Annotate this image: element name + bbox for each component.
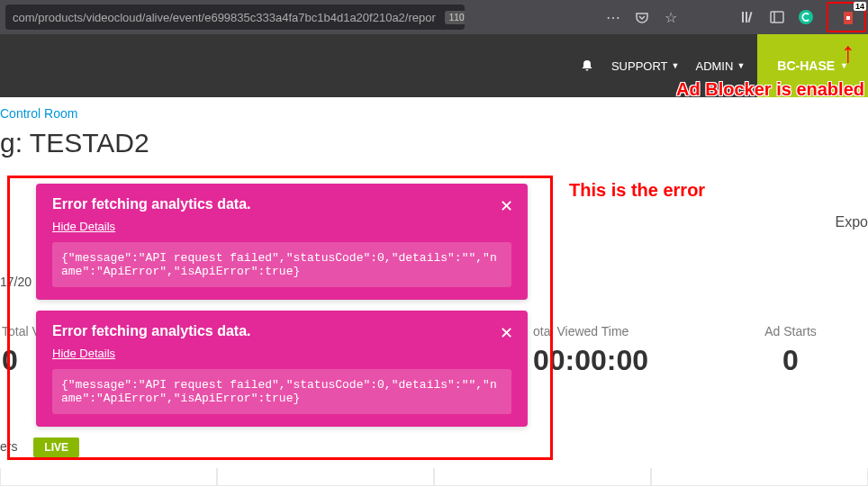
stat-value: 00:00:00 xyxy=(533,344,711,377)
url-bar[interactable]: com/products/videocloud/alive/event/e699… xyxy=(5,5,465,30)
close-icon[interactable]: ✕ xyxy=(500,323,513,343)
alert-title: Error fetching analytics data. xyxy=(52,196,511,212)
svg-rect-0 xyxy=(742,12,744,23)
hide-details-link[interactable]: Hide Details xyxy=(52,220,115,233)
nav-support[interactable]: SUPPORT▼ xyxy=(611,59,680,73)
error-alert: ✕ Error fetching analytics data. Hide De… xyxy=(36,184,528,300)
bottom-text: ers LIVE xyxy=(0,439,79,454)
library-icon[interactable] xyxy=(740,9,756,25)
zoom-badge[interactable]: 110% xyxy=(445,11,465,24)
adblock-icon[interactable] xyxy=(841,11,855,25)
chevron-down-icon: ▼ xyxy=(737,61,745,70)
svg-point-5 xyxy=(799,10,813,24)
adblock-highlight: 14 xyxy=(827,2,866,32)
svg-rect-3 xyxy=(771,12,783,23)
close-icon[interactable]: ✕ xyxy=(500,196,513,216)
hide-details-link[interactable]: Hide Details xyxy=(52,347,115,360)
tab-placeholder[interactable] xyxy=(217,468,434,486)
alert-title: Error fetching analytics data. xyxy=(52,323,511,339)
url-text: com/products/videocloud/alive/event/e699… xyxy=(13,11,436,24)
tab-placeholder[interactable] xyxy=(0,468,217,486)
annotation-error: This is the error xyxy=(569,180,705,201)
nav-admin[interactable]: ADMIN▼ xyxy=(695,59,745,73)
grammarly-icon[interactable] xyxy=(798,9,814,25)
bottom-tabs xyxy=(0,468,868,486)
alert-body: {"message":"API request failed","statusC… xyxy=(52,242,511,287)
chevron-down-icon: ▼ xyxy=(672,61,680,70)
stat-label: Ad Starts xyxy=(713,324,868,338)
svg-rect-7 xyxy=(846,16,850,20)
svg-rect-1 xyxy=(746,12,747,23)
header-nav: SUPPORT▼ ADMIN▼ xyxy=(579,58,745,74)
annotation-arrow-up: ↑ xyxy=(841,38,855,67)
browser-toolbar: com/products/videocloud/alive/event/e699… xyxy=(0,0,868,34)
adblock-count: 14 xyxy=(854,2,866,11)
main-content: Control Room g: TESTAD2 xyxy=(0,97,868,158)
pocket-icon[interactable] xyxy=(634,9,650,25)
alert-body: {"message":"API request failed","statusC… xyxy=(52,369,511,414)
svg-rect-2 xyxy=(747,12,752,23)
live-badge: LIVE xyxy=(33,437,79,457)
breadcrumb[interactable]: Control Room xyxy=(0,106,868,122)
browser-actions: ⋯ ☆ xyxy=(605,9,863,25)
star-icon[interactable]: ☆ xyxy=(663,9,679,25)
tab-placeholder[interactable] xyxy=(434,468,651,486)
tab-placeholder[interactable] xyxy=(651,468,868,486)
stat-label: otal Viewed Time xyxy=(533,324,711,338)
annotation-adblocker: Ad Blocker is enabled xyxy=(676,79,864,100)
date-fragment: 17/20 xyxy=(0,275,32,289)
error-alert: ✕ Error fetching analytics data. Hide De… xyxy=(36,311,528,427)
bell-icon[interactable] xyxy=(579,58,595,74)
stat-value: 0 xyxy=(713,344,868,377)
page-title: g: TESTAD2 xyxy=(0,128,868,158)
alert-stack: ✕ Error fetching analytics data. Hide De… xyxy=(36,184,528,437)
export-button[interactable]: Expo xyxy=(836,214,868,230)
sidebar-icon[interactable] xyxy=(769,9,785,25)
dots-icon[interactable]: ⋯ xyxy=(605,9,621,25)
